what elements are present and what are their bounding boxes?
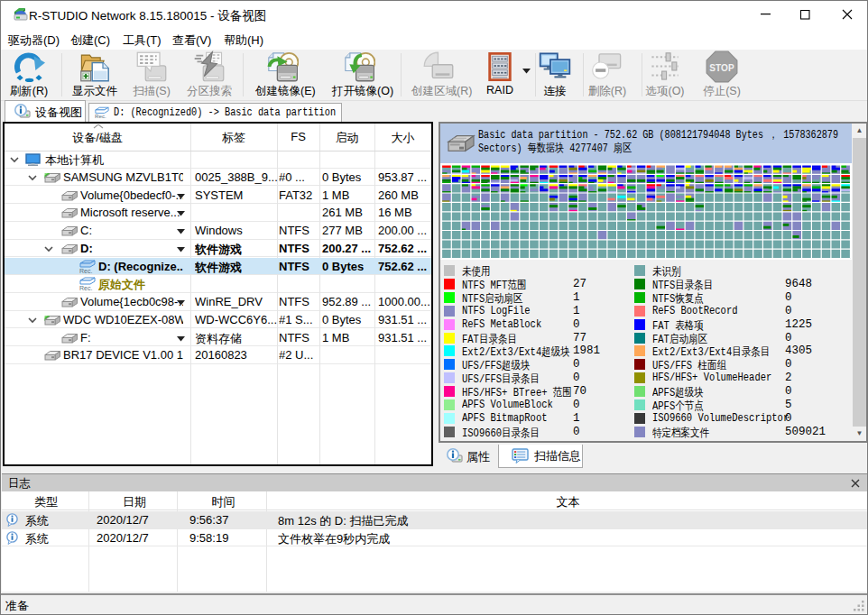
svg-text:STOP: STOP [709,63,734,73]
svg-text:Rec.: Rec. [79,285,92,291]
svg-text:Rec.: Rec. [79,267,92,273]
svg-text:Rec.: Rec. [95,113,106,119]
